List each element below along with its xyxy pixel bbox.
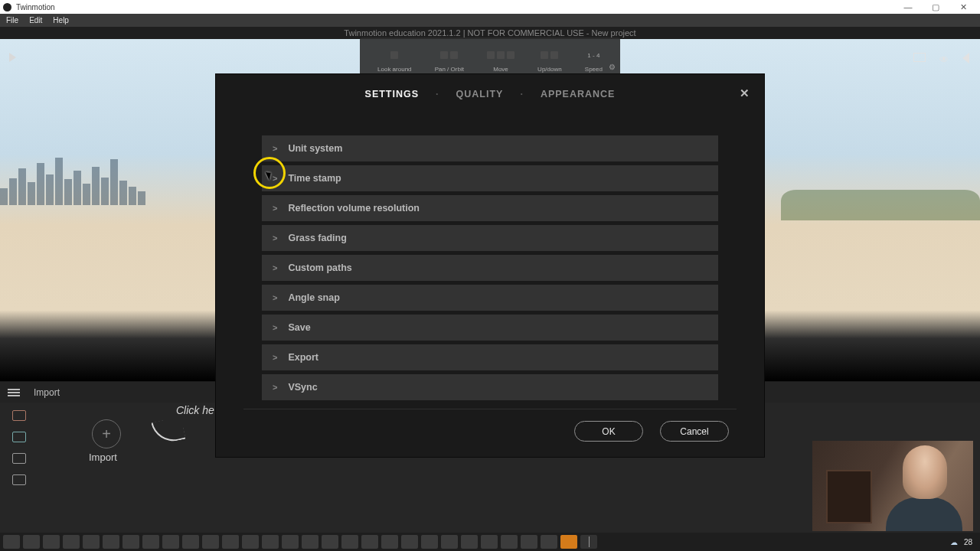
taskbar-app[interactable] [122,535,139,549]
taskbar-app-active[interactable] [560,535,577,549]
dialog-tabs: SETTINGS · QUALITY · APPEARANCE ✕ [216,74,764,114]
taskbar-app[interactable] [282,535,299,549]
display-mode-icon[interactable] [913,53,926,62]
taskbar-app[interactable] [401,535,418,549]
setting-row-label: Reflection volume resolution [288,203,420,214]
start-button[interactable] [3,535,20,549]
menu-help[interactable]: Help [53,16,69,24]
system-tray[interactable]: ☁ 28 [950,538,972,546]
weather-icon: ☁ [950,538,958,546]
taskbar-app[interactable] [242,535,259,549]
taskbar-app[interactable] [302,535,318,549]
setting-row-custom-paths[interactable]: >Custom paths [262,255,718,281]
setting-row-label: Custom paths [288,262,351,273]
maximize-button[interactable]: ▢ [922,2,949,12]
navhelp-lookaround: Look around [377,46,411,73]
collapse-panel-icon[interactable] [962,53,969,64]
taskbar-app[interactable] [162,535,179,549]
taskbar-app[interactable] [461,535,478,549]
import-plus-button[interactable]: + [92,419,121,448]
setting-row-label: Unit system [288,143,342,154]
taskbar-app[interactable] [322,535,338,549]
click-hint-text: Click he [176,404,214,416]
menu-edit[interactable]: Edit [29,16,42,24]
setting-row-reflection-volume-resolution[interactable]: >Reflection volume resolution [262,195,718,221]
setting-row-vsync[interactable]: >VSync [262,374,718,400]
taskbar-app[interactable] [222,535,239,549]
navhelp-speed: 1 - 4 Speed [585,46,603,73]
ok-button[interactable]: OK [574,421,643,442]
taskbar-app[interactable] [83,535,100,549]
dialog-close-button[interactable]: ✕ [738,86,752,100]
import-mode-icon[interactable] [12,410,26,421]
windows-taskbar[interactable]: ☁ 28 [0,533,980,551]
chevron-right-icon: > [273,293,277,302]
setting-row-label: Export [288,352,318,363]
landscape-mode-icon[interactable] [12,432,26,442]
taskview-button[interactable] [63,535,80,549]
navhelp-move: Move [487,46,514,73]
tab-quality[interactable]: QUALITY [456,89,504,99]
play-button-icon[interactable] [9,53,16,62]
setting-row-export[interactable]: >Export [262,344,718,370]
window-title: Twinmotion [16,3,894,11]
settings-dialog: SETTINGS · QUALITY · APPEARANCE ✕ >Unit … [216,74,764,457]
setting-row-label: Angle snap [288,292,339,303]
taskbar-app[interactable] [501,535,518,549]
setting-row-angle-snap[interactable]: >Angle snap [262,285,718,311]
cancel-button[interactable]: Cancel [660,421,729,442]
cursor-highlight-ring [253,157,286,189]
tab-appearance[interactable]: APPEARANCE [541,89,616,99]
taskbar-app[interactable] [202,535,219,549]
dialog-divider [243,409,737,409]
setting-row-label: Time stamp [288,173,341,184]
taskbar-app[interactable] [421,535,438,549]
taskbar-app[interactable] [381,535,398,549]
navhelp-gear-icon[interactable]: ⚙ [609,63,616,71]
navhelp-updown: Up/down [537,46,562,73]
taskbar-app[interactable] [541,535,557,549]
minimize-button[interactable]: — [894,2,922,11]
setting-row-save[interactable]: >Save [262,315,718,341]
taskbar-app[interactable] [481,535,498,549]
taskbar-separator [580,535,597,549]
export-mode-icon[interactable] [12,474,26,485]
taskbar-app[interactable] [361,535,378,549]
chevron-right-icon: > [273,233,277,243]
taskbar-app[interactable] [441,535,458,549]
tab-settings[interactable]: SETTINGS [365,89,420,99]
hamburger-icon[interactable] [8,387,20,398]
import-label: Import [89,452,117,463]
chevron-right-icon: > [273,263,277,272]
setting-row-grass-fading[interactable]: >Grass fading [262,225,718,251]
taskbar-app[interactable] [182,535,199,549]
hint-arrow [151,416,185,445]
path-mode-icon[interactable] [12,453,26,464]
nav-help-panel: Look around Pan / Orbit Move Up/down 1 -… [360,37,620,76]
taskbar-app[interactable] [521,535,537,549]
setting-row-label: VSync [288,382,317,393]
chevron-right-icon: > [273,144,277,153]
navhelp-panorbit: Pan / Orbit [435,46,464,73]
windows-titlebar: Twinmotion — ▢ ✕ [0,0,980,14]
setting-row-unit-system[interactable]: >Unit system [262,135,718,161]
panel-tab-import[interactable]: Import [34,387,60,398]
search-button[interactable] [23,535,40,549]
taskbar-app[interactable] [341,535,358,549]
chevron-right-icon: > [273,383,277,392]
cortana-button[interactable] [43,535,60,549]
eye-icon[interactable] [939,53,949,65]
menu-file[interactable]: File [6,16,18,24]
bottom-left-toolbar [0,403,38,551]
taskbar-app[interactable] [262,535,279,549]
background-trees [781,190,980,220]
background-skyline [0,152,214,205]
taskbar-app[interactable] [103,535,119,549]
app-logo-icon [3,3,11,11]
weather-temp: 28 [964,538,972,546]
close-window-button[interactable]: ✕ [949,2,977,12]
chevron-right-icon: > [273,323,277,332]
taskbar-app[interactable] [142,535,159,549]
setting-row-time-stamp[interactable]: >Time stamp [262,165,718,191]
chevron-right-icon: > [273,353,277,362]
